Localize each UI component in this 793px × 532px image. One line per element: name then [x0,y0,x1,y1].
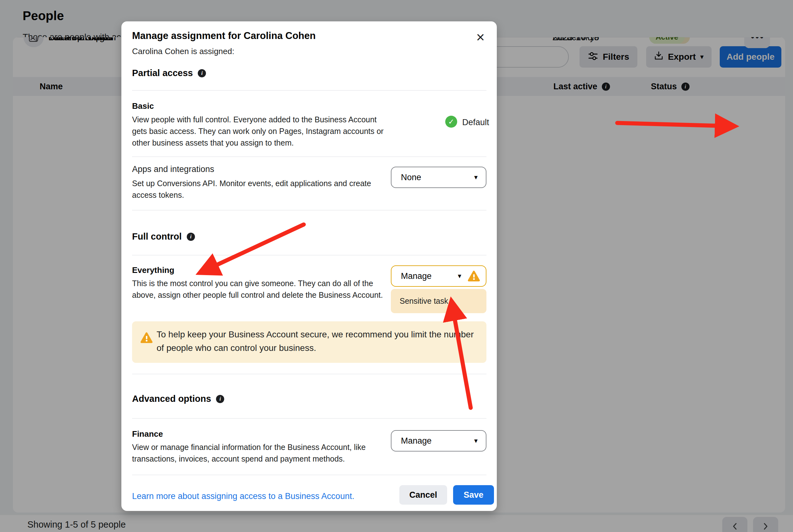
screen: People These are people with access to y… [0,0,793,532]
warning-triangle-icon [468,270,480,282]
learn-more-link[interactable]: Learn more about assigning access to a B… [132,491,354,501]
selected-value: Manage [401,271,458,281]
chevron-down-icon: ▾ [458,272,461,280]
selected-value: None [401,173,474,182]
info-icon[interactable]: i [187,233,195,241]
warning-text: To help keep your Business Account secur… [156,328,477,355]
default-label: Default [462,118,489,127]
manage-assignment-modal: Manage assignment for Carolina Cohen × C… [121,21,497,511]
finance-description: View or manage financial information for… [132,441,384,465]
section-heading-full-control: Full control i [132,231,195,242]
modal-title: Manage assignment for Carolina Cohen [132,30,316,41]
apps-access-select[interactable]: None ▾ [391,167,487,188]
finance-title: Finance [132,429,163,439]
security-warning-banner: To help keep your Business Account secur… [132,321,487,363]
sensitive-task-tooltip: Sensitive task [391,289,487,313]
finance-access-select[interactable]: Manage ▾ [391,430,487,452]
apps-description: Set up Conversions API. Monitor events, … [132,178,384,201]
modal-subtitle: Carolina Cohen is assigned: [132,46,234,56]
divider [132,90,487,91]
basic-description: View people with full control. Everyone … [132,114,384,149]
info-icon[interactable]: i [198,69,206,77]
everything-title: Everything [132,265,174,275]
chevron-down-icon: ▾ [474,437,478,444]
divider [132,210,487,210]
everything-description: This is the most control you can give so… [132,278,384,301]
save-button[interactable]: Save [453,485,494,505]
warning-triangle-icon [140,332,153,343]
section-heading-advanced-options: Advanced options i [132,394,224,404]
everything-access-select[interactable]: Manage ▾ [391,265,487,287]
divider [132,475,487,475]
section-heading-partial-access: Partial access i [132,68,206,78]
info-icon[interactable]: i [216,395,224,403]
close-button[interactable]: × [472,28,489,46]
check-circle-icon: ✓ [445,116,457,128]
basic-title: Basic [132,101,154,111]
chevron-down-icon: ▾ [474,174,478,181]
divider [132,374,487,374]
apps-title: Apps and integrations [132,165,214,174]
cancel-button[interactable]: Cancel [399,485,447,505]
selected-value: Manage [401,436,474,446]
close-icon: × [476,30,485,44]
